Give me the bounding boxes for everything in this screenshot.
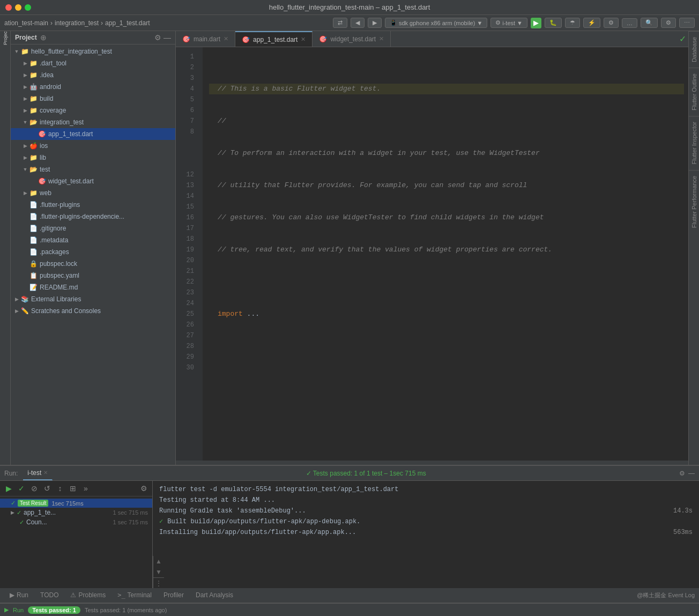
terminal-btn[interactable]: >_ Terminal bbox=[112, 588, 157, 603]
stop-btn[interactable]: ⊘ bbox=[29, 483, 40, 494]
tree-item[interactable]: ▶ 🤖 android bbox=[11, 81, 175, 93]
run-bottom-btn[interactable]: ▶ Run bbox=[4, 588, 34, 603]
log-scroll-panel: ▲ ▼ ⋮ bbox=[153, 556, 699, 588]
profiler-btn[interactable]: Profiler bbox=[158, 588, 189, 603]
test-app1-label: app_1_te... bbox=[24, 509, 56, 516]
tree-item[interactable]: ▶ 📁 web bbox=[11, 187, 175, 199]
coverage-button[interactable]: ☂ bbox=[565, 18, 580, 28]
extra-button[interactable]: ⋯ bbox=[679, 18, 695, 28]
tree-item[interactable]: ▶ 🍎 ios bbox=[11, 140, 175, 152]
settings-button[interactable]: ⚙ bbox=[604, 18, 619, 28]
maximize-button[interactable] bbox=[25, 4, 31, 11]
forward-button[interactable]: ▶ bbox=[368, 18, 382, 28]
test-result-item[interactable]: ▶ ✓ Test Result 1sec 715ms bbox=[0, 499, 152, 508]
bottom-panel: Run: i-test ✕ ✓ Tests passed: 1 of 1 tes… bbox=[0, 465, 699, 588]
search-button[interactable]: 🔍 bbox=[641, 18, 658, 28]
run-tab-itest[interactable]: i-test ✕ bbox=[23, 466, 53, 480]
tab-flutter-performance[interactable]: Flutter Performance bbox=[689, 170, 699, 233]
window-title: hello_flutter_integration_test-main – ap… bbox=[269, 3, 430, 11]
tab-app1-dart[interactable]: 🎯 app_1_test.dart ✕ bbox=[235, 31, 313, 47]
tree-item-widget[interactable]: 🎯 widget_test.dart bbox=[11, 175, 175, 187]
tree-item-label: .flutter-plugins bbox=[40, 199, 80, 210]
tree-item[interactable]: 📝 README.md bbox=[11, 281, 175, 293]
status-right: @稀土掘金 Event Log bbox=[637, 591, 695, 599]
more-button[interactable]: … bbox=[622, 18, 637, 28]
tree-item[interactable]: 📄 .flutter-plugins bbox=[11, 199, 175, 211]
tree-item-app1[interactable]: 🎯 app_1_test.dart bbox=[11, 128, 175, 140]
profile-button[interactable]: ⚡ bbox=[583, 18, 600, 28]
minimize-button[interactable] bbox=[15, 4, 21, 11]
panel-icon-gear[interactable]: ⚙ bbox=[154, 33, 161, 42]
tree-item[interactable]: 🔒 pubspec.lock bbox=[11, 258, 175, 270]
test-selected-icon: ▶ bbox=[4, 500, 9, 506]
tree-item-integration[interactable]: ▼ 📂 integration_test bbox=[11, 116, 175, 128]
device-selector[interactable]: 📱 sdk gphone x86 arm (mobile) ▼ bbox=[385, 18, 487, 28]
filter-btn[interactable]: ⊞ bbox=[68, 483, 78, 494]
tab-flutter-outline[interactable]: Flutter Outline bbox=[689, 68, 699, 116]
tab-close-widget[interactable]: ✕ bbox=[379, 35, 384, 42]
tree-item-label: .packages bbox=[40, 247, 69, 257]
run-button[interactable]: ▶ bbox=[531, 18, 541, 28]
tab-close-app1[interactable]: ✕ bbox=[301, 36, 306, 43]
close-button[interactable] bbox=[5, 4, 12, 11]
breadcrumb-part2[interactable]: integration_test bbox=[55, 19, 99, 27]
rerun-btn[interactable]: ↺ bbox=[42, 483, 53, 494]
sort-btn[interactable]: ↕ bbox=[55, 483, 65, 494]
panel-icon-locate[interactable]: ⊕ bbox=[40, 33, 47, 42]
tree-item-test[interactable]: ▼ 📂 test bbox=[11, 164, 175, 175]
tree-item[interactable]: 📄 .metadata bbox=[11, 234, 175, 246]
tree-item-label: coverage bbox=[40, 105, 66, 116]
test-coun-item[interactable]: ✓ Coun... 1 sec 715 ms bbox=[0, 517, 152, 527]
tab-close-main[interactable]: ✕ bbox=[224, 35, 228, 42]
tab-main-dart[interactable]: 🎯 main.dart ✕ bbox=[176, 31, 235, 47]
tree-item[interactable]: ▶ 📁 .dart_tool bbox=[11, 57, 175, 69]
tree-item-ext[interactable]: ▶ 📚 External Libraries bbox=[11, 293, 175, 305]
tree-item[interactable]: ▶ 📁 lib bbox=[11, 152, 175, 164]
problems-btn[interactable]: ⚠ Problems bbox=[65, 588, 111, 603]
tree-item-scratches[interactable]: ▶ ✏️ Scratches and Consoles bbox=[11, 305, 175, 317]
tab-flutter-inspector[interactable]: Flutter Inspector bbox=[689, 116, 699, 169]
tab-database[interactable]: Database bbox=[689, 31, 699, 68]
tree-item[interactable]: 📄 .gitignore bbox=[11, 222, 175, 234]
horizontal-scrollbar[interactable] bbox=[176, 461, 688, 465]
todo-btn[interactable]: TODO bbox=[35, 588, 64, 603]
git-button[interactable]: ⇄ bbox=[333, 18, 347, 28]
scroll-down-btn[interactable]: ▼ bbox=[153, 567, 164, 577]
code-editor[interactable]: 1 2 3 4 5 6 7 8 9 10 11 12 13 14 15 16 1… bbox=[176, 47, 688, 461]
file-icon: 📄 bbox=[29, 224, 38, 233]
settings-icon[interactable]: ⚙ bbox=[679, 470, 685, 477]
tree-item[interactable]: ▶ 📁 build bbox=[11, 93, 175, 105]
status-run-button[interactable]: Run bbox=[13, 607, 24, 613]
settings-btn[interactable]: ⚙ bbox=[138, 483, 149, 494]
scroll-end-btn[interactable]: ⋮ bbox=[153, 577, 164, 588]
tree-item[interactable]: 📄 .flutter-plugins-dependencie... bbox=[11, 211, 175, 222]
close-panel-icon[interactable]: — bbox=[688, 470, 695, 477]
gear-button[interactable]: ⚙ bbox=[661, 18, 676, 28]
yaml-icon: 📋 bbox=[29, 271, 38, 280]
code-content[interactable]: // This is a basic Flutter widget test. … bbox=[203, 47, 688, 461]
run-tab-close[interactable]: ✕ bbox=[43, 470, 48, 476]
tree-item-label: .dart_tool bbox=[40, 58, 66, 69]
run-tests-btn[interactable]: ▶ bbox=[3, 483, 14, 494]
test-app1-item[interactable]: ▶ ✓ app_1_te... 1 sec 715 ms bbox=[0, 508, 152, 517]
nav-bar: ation_test-main › integration_test › app… bbox=[0, 15, 699, 31]
tree-item-label: pubspec.lock bbox=[40, 258, 77, 269]
check-btn[interactable]: ✓ bbox=[16, 483, 27, 494]
debug-button[interactable]: 🐛 bbox=[545, 18, 562, 28]
tree-item[interactable]: 📄 .packages bbox=[11, 246, 175, 258]
more-btn[interactable]: » bbox=[80, 483, 91, 494]
tree-item[interactable]: ▶ 📁 .idea bbox=[11, 69, 175, 81]
scroll-up-btn[interactable]: ▲ bbox=[153, 556, 164, 567]
tree-item-coverage[interactable]: ▶ 📁 coverage bbox=[11, 105, 175, 116]
traffic-buttons[interactable] bbox=[5, 4, 31, 11]
dart-tab-icon: 🎯 bbox=[182, 35, 190, 43]
tree-root[interactable]: ▼ 📁 hello_flutter_integration_test bbox=[11, 46, 175, 57]
back-button[interactable]: ◀ bbox=[351, 18, 365, 28]
tab-widget-dart[interactable]: 🎯 widget_test.dart ✕ bbox=[313, 31, 391, 47]
panel-icon-collapse[interactable]: — bbox=[163, 33, 171, 42]
tree-item[interactable]: 📋 pubspec.yaml bbox=[11, 270, 175, 281]
project-icon[interactable]: Project bbox=[1, 33, 10, 42]
run-config-selector[interactable]: ⚙ i-test ▼ bbox=[490, 18, 527, 28]
breadcrumb-part3[interactable]: app_1_test.dart bbox=[105, 19, 150, 27]
dart-analysis-btn[interactable]: Dart Analysis bbox=[190, 588, 239, 603]
